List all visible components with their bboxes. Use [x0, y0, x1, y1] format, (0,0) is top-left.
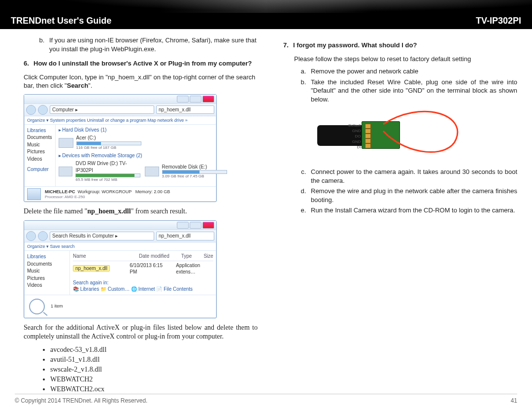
step-c: Connect power to the camera again. It ta… — [308, 168, 517, 185]
back-icon — [26, 231, 36, 241]
nav-pane: Libraries Documents Music Pictures Video… — [24, 125, 56, 186]
right-column: 7.I forgot my password. What should I do… — [274, 36, 517, 395]
file-list: avcodec-53_v1.8.dll avutil-51_v1.8.dll s… — [24, 345, 258, 394]
usb-icon — [145, 167, 159, 176]
decorative-banner — [0, 0, 532, 13]
guide-title: TRENDnet User's Guide — [11, 16, 111, 26]
list-item: avcodec-53_v1.8.dll — [50, 345, 258, 355]
results-pane: Name Date modified Type Size np_hoem_x.d… — [70, 251, 216, 295]
continued-letter-list: If you are using non-IE browser (Firefox… — [24, 36, 258, 53]
question-7: 7.I forgot my password. What should I do… — [283, 41, 517, 50]
list-item: WEBWATCH2.ocx — [50, 385, 258, 394]
step-e: Run the Install Camera wizard from the C… — [308, 206, 517, 215]
q7-text: I forgot my password. What should I do? — [293, 41, 417, 49]
drive-row: Acer (C:) 116 GB free of 187 GB — [59, 135, 227, 150]
list-item: WEBWATCH2 — [50, 375, 258, 384]
back-icon — [26, 105, 36, 115]
status-bar: 1 item — [24, 295, 216, 318]
content: If you are using non-IE browser (Firefox… — [0, 29, 532, 395]
copyright: © Copyright 2014 TRENDnet. All Rights Re… — [15, 397, 147, 404]
q6-paragraph-3: Search for the additional ActiveX or plu… — [24, 323, 258, 342]
column-headers: Name Date modified Type Size — [73, 253, 213, 261]
drive-icon — [59, 138, 73, 148]
window-buttons — [177, 96, 214, 103]
search-box: np_hoem_x.dll — [156, 105, 214, 114]
reset-wire-illustration: Default GND DO GND DI — [317, 109, 475, 164]
list-item: swscale-2_v1.8.dll — [50, 365, 258, 375]
explorer-screenshot-1: Computer ▸ np_hoem_x.dll Organize ▾ Syst… — [24, 94, 217, 202]
result-row: np_hoem_x.dll 6/10/2013 6:15 PM Applicat… — [73, 262, 213, 275]
question-6: 6.How do I uninstall the browser's Activ… — [24, 59, 258, 68]
page: TRENDnet User's Guide TV-IP302PI If you … — [0, 0, 532, 411]
section-header: ▸ Hard Disk Drives (1) — [59, 127, 227, 134]
title-bar: TRENDnet User's Guide TV-IP302PI — [0, 13, 532, 29]
explorer-screenshot-2: Search Results in Computer ▸ np_hoem_x.d… — [24, 220, 217, 318]
step-d: Remove the wire and plug in the network … — [308, 187, 517, 204]
computer-icon — [27, 188, 41, 200]
q7-intro: Please follow the steps below to reset t… — [294, 55, 517, 64]
q7-number: 7. — [283, 41, 293, 50]
forward-icon — [38, 231, 48, 241]
explorer-toolbar: Organize ▾ Save search — [24, 242, 216, 251]
maximize-icon — [190, 222, 201, 229]
q6-paragraph-2: Delete the file named "np_hoem_x.dll" fr… — [24, 207, 258, 216]
address-bar: Search Results in Computer ▸ — [50, 232, 154, 240]
search-again-options: 📚 Libraries 📁 Custom… 🌐 Internet 📄 File … — [73, 286, 213, 293]
dvd-icon — [59, 167, 73, 176]
model-number: TV-IP302PI — [476, 16, 521, 26]
search-again-label: Search again in: — [73, 279, 213, 286]
close-icon — [202, 96, 214, 103]
nav-pane: Libraries Documents Music Pictures Video… — [24, 251, 70, 295]
address-bar: Computer ▸ — [50, 105, 154, 114]
minimize-icon — [177, 222, 189, 229]
search-box: np_hoem_x.dll — [156, 232, 214, 240]
drive-row: DVD RW Drive (D:) TV-IP302PI 65.5 MB fre… — [59, 160, 227, 183]
magnifier-icon — [29, 299, 45, 314]
terminal-labels: Default GND DO GND DI — [339, 123, 361, 150]
content-pane: ▸ Hard Disk Drives (1) Acer (C:) 116 GB … — [56, 125, 230, 186]
list-item: avutil-51_v1.8.dll — [50, 355, 258, 365]
q6-number: 6. — [24, 59, 33, 68]
explorer-body: Libraries Documents Music Pictures Video… — [24, 125, 216, 186]
maximize-icon — [190, 96, 201, 103]
reset-steps-continued: Connect power to the camera again. It ta… — [286, 168, 517, 215]
reset-steps: Remove the power and network cable Take … — [286, 67, 517, 103]
highlighted-file: np_hoem_x.dll — [73, 265, 110, 272]
reset-wire-icon — [382, 109, 466, 164]
status-bar: MICHELLE-PC Workgroup: WORKGROUP Memory:… — [24, 186, 216, 202]
q6-paragraph-1: Click Computer Icon, type in "np_hoem_x.… — [24, 73, 258, 90]
forward-icon — [38, 105, 48, 115]
step-a: Remove the power and network cable — [308, 67, 517, 76]
explorer-toolbar: Organize ▾ System properties Uninstall o… — [24, 116, 216, 125]
page-number: 41 — [511, 397, 517, 404]
window-titlebar — [24, 95, 216, 103]
step-b: Take the included Reset Wire Cable, plug… — [308, 78, 517, 104]
list-item-b: If you are using non-IE browser (Firefox… — [46, 36, 258, 53]
q6-text: How do I uninstall the browser's Active … — [33, 60, 252, 67]
minimize-icon — [177, 96, 189, 103]
left-column: If you are using non-IE browser (Firefox… — [15, 36, 258, 395]
close-icon — [202, 222, 214, 229]
nav-bar: Computer ▸ np_hoem_x.dll — [24, 103, 216, 116]
page-footer: © Copyright 2014 TRENDnet. All Rights Re… — [15, 394, 517, 404]
section-header: ▸ Devices with Removable Storage (2) — [59, 152, 227, 159]
